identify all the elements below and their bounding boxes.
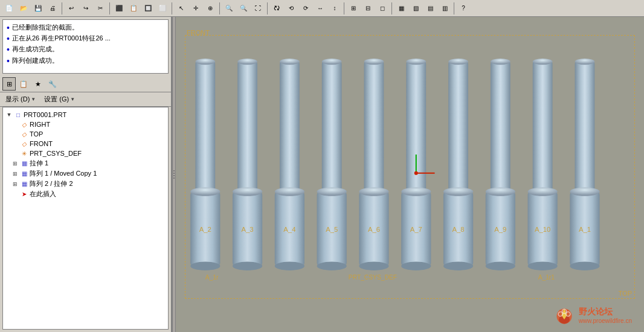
open-button[interactable]: 📂	[17, 2, 30, 15]
svg-point-49	[486, 262, 515, 270]
tb-btn-10[interactable]: ⟳	[299, 2, 312, 15]
tree-item-insert[interactable]: ➤ 在此插入	[4, 189, 167, 199]
tb-btn-13[interactable]: ⊞	[347, 2, 360, 15]
mini-btn-list[interactable]: 📋	[17, 77, 30, 91]
watermark-title: 野火论坛	[579, 307, 632, 318]
svg-point-34	[401, 262, 431, 270]
tb-btn-20[interactable]: ?	[457, 2, 470, 15]
zoom-fit-button[interactable]: ⛶	[251, 2, 265, 15]
svg-text:A_5: A_5	[326, 226, 338, 233]
svg-rect-39	[448, 62, 468, 192]
extrude1-icon: ▦	[20, 159, 28, 168]
svg-text:A_4: A_4	[283, 226, 295, 233]
tree-item-extrude1[interactable]: ⊞ ▦ 拉伸 1	[4, 158, 167, 168]
extrude1-expand[interactable]: ⊞	[11, 160, 19, 167]
tree-root[interactable]: ▼ □ PRT0001.PRT	[4, 110, 167, 120]
svg-rect-24	[364, 62, 384, 192]
svg-point-42	[443, 187, 473, 196]
cylinder-A8: A_8	[443, 59, 473, 270]
tb-btn-17[interactable]: ▧	[409, 2, 422, 15]
tb-btn-7[interactable]: ⊕	[204, 2, 217, 15]
pattern1-expand[interactable]: ⊞	[11, 170, 19, 177]
tree-item-right[interactable]: ◇ RIGHT	[4, 120, 167, 129]
svg-point-31	[406, 59, 426, 65]
svg-point-46	[491, 59, 510, 65]
svg-text:A_1: A_1	[579, 226, 591, 233]
insert-icon: ➤	[20, 190, 28, 199]
plane-icon: ◇	[20, 120, 28, 129]
tree-item-top[interactable]: ◇ TOP	[4, 129, 167, 139]
msg-line-2: • 正在从26 再生PRT0001特征26 ...	[7, 33, 164, 44]
cylinder-A3: A_3	[233, 59, 262, 270]
sep1	[62, 2, 62, 14]
svg-point-43	[443, 262, 473, 270]
svg-point-27	[359, 187, 388, 196]
resize-dots	[173, 170, 175, 179]
tb-btn-9[interactable]: ⟲	[285, 2, 298, 15]
svg-point-58	[575, 59, 595, 65]
mini-btn-grid[interactable]: ⊞	[2, 77, 16, 91]
print-button[interactable]: 🖨	[46, 2, 59, 15]
tb-btn-2[interactable]: 📋	[127, 2, 140, 15]
right-expand	[11, 121, 19, 128]
model-tree[interactable]: ▼ □ PRT0001.PRT ◇ RIGHT ◇ TOP ◇ FRONT	[2, 107, 169, 330]
insert-expand	[11, 191, 19, 198]
svg-rect-0	[195, 62, 215, 192]
watermark-logo-svg	[553, 304, 575, 326]
top-label: TOP	[30, 130, 43, 138]
pattern2-label: 阵列 2 / 拉伸 2	[30, 179, 73, 188]
svg-point-54	[528, 187, 558, 196]
tb-btn-11[interactable]: ↔	[314, 2, 327, 15]
top-plane-icon: ◇	[20, 130, 28, 138]
tb-btn-4[interactable]: ⬜	[156, 2, 169, 15]
tb-btn-15[interactable]: ◻	[376, 2, 389, 15]
mini-btn-star[interactable]: ★	[31, 77, 45, 91]
tb-btn-18[interactable]: ▤	[423, 2, 437, 15]
left-panel: • 已经删除指定的截面。 • 正在从26 再生PRT0001特征26 ... •…	[0, 17, 172, 332]
tb-btn-16[interactable]: ▦	[394, 2, 408, 15]
settings-dropdown[interactable]: 设置 (G) ▼	[41, 94, 78, 105]
tb-btn-5[interactable]: ↖	[175, 2, 188, 15]
tree-item-front[interactable]: ◇ FRONT	[4, 139, 167, 148]
root-icon: □	[14, 110, 22, 119]
pattern2-expand[interactable]: ⊞	[11, 180, 19, 188]
right-label: RIGHT	[30, 121, 50, 128]
save-button[interactable]: 💾	[31, 2, 45, 15]
tb-btn-14[interactable]: ⊟	[361, 2, 375, 15]
redo-button[interactable]: ↪	[79, 2, 92, 15]
csys-icon: ✳	[20, 149, 28, 158]
tree-item-pattern1[interactable]: ⊞ ▦ 阵列 1 / Moved Copy 1	[4, 168, 167, 179]
zoom-in-button[interactable]: 🔍	[222, 2, 236, 15]
zoom-out-button[interactable]: 🔍	[237, 2, 250, 15]
tb-btn-12[interactable]: ↕	[328, 2, 341, 15]
message-area: • 已经删除指定的截面。 • 正在从26 再生PRT0001特征26 ... •…	[2, 19, 169, 74]
svg-point-48	[486, 187, 515, 196]
sep6	[344, 2, 344, 14]
bottom-label-right: A_1r1	[538, 274, 555, 281]
new-button[interactable]: 📄	[2, 2, 16, 15]
cylinder-A10: A_10	[528, 59, 558, 270]
svg-text:A_8: A_8	[452, 226, 465, 233]
tb-btn-3[interactable]: 🔲	[141, 2, 155, 15]
display-dropdown[interactable]: 显示 (D) ▼	[2, 94, 39, 105]
svg-point-55	[528, 262, 558, 270]
mini-btn-settings[interactable]: 🔧	[46, 77, 59, 91]
tb-btn-8[interactable]: 🗘	[270, 2, 283, 15]
svg-text:A_7: A_7	[410, 226, 422, 233]
tb-btn-6[interactable]: ✛	[189, 2, 202, 15]
svg-rect-12	[280, 62, 300, 192]
watermark-url: www.proewildfire.cn	[579, 318, 632, 324]
svg-point-52	[533, 59, 553, 65]
root-expand[interactable]: ▼	[5, 111, 13, 118]
viewport[interactable]: FRONT TOP	[176, 17, 644, 332]
tb-btn-1[interactable]: ⬛	[112, 2, 126, 15]
tree-item-pattern2[interactable]: ⊞ ▦ 阵列 2 / 拉伸 2	[4, 179, 167, 189]
front-plane-icon: ◇	[20, 139, 28, 148]
cut-button[interactable]: ✂	[94, 2, 107, 15]
tree-item-csys[interactable]: ✳ PRT_CSYS_DEF	[4, 148, 167, 158]
undo-button[interactable]: ↩	[65, 2, 78, 15]
watermark: 野火论坛 www.proewildfire.cn	[553, 304, 632, 326]
tb-btn-19[interactable]: ▥	[438, 2, 451, 15]
sep2	[109, 2, 110, 14]
display-bar: 显示 (D) ▼ 设置 (G) ▼	[0, 92, 171, 107]
